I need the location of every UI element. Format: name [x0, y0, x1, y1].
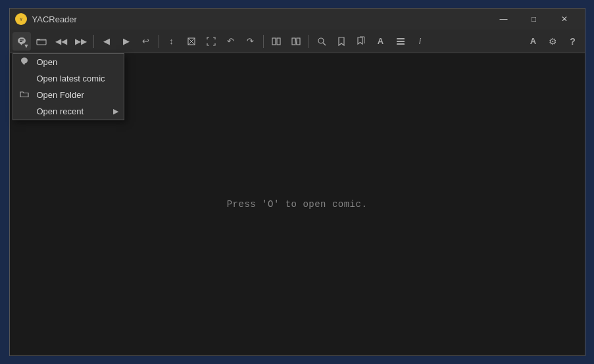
main-window: Y YACReader — □ ✕ ▼ — [9, 8, 585, 356]
strips-icon — [395, 36, 406, 47]
menu-item-open-latest[interactable]: Open latest comic — [13, 70, 124, 87]
back-icon: ↩ — [142, 36, 149, 46]
scroll-v-icon: ↕ — [169, 36, 174, 46]
fullscreen-button[interactable] — [202, 32, 220, 51]
menu-item-open-recent[interactable]: Open recent ▶ — [13, 103, 124, 120]
bookmark-button[interactable] — [332, 32, 351, 51]
svg-rect-12 — [277, 38, 280, 45]
help-icon: ? — [570, 36, 576, 47]
bookmark-icon — [336, 36, 347, 47]
go-last-button[interactable]: ▶▶ — [72, 32, 90, 51]
go-first-button[interactable]: ◀◀ — [52, 32, 70, 51]
rotate-left-icon: ↶ — [227, 36, 234, 46]
minimize-button[interactable]: — — [489, 9, 519, 30]
close-button[interactable]: ✕ — [549, 9, 580, 30]
rotate-right-button[interactable]: ↷ — [241, 32, 260, 51]
dropdown-arrow-icon: ▼ — [24, 43, 30, 49]
zoom-icon — [316, 36, 327, 47]
separator-1 — [93, 35, 94, 48]
separator-3 — [263, 35, 264, 48]
svg-rect-14 — [297, 38, 300, 45]
prev-page-button[interactable]: ◀ — [97, 32, 116, 51]
help-button[interactable]: ? — [564, 32, 582, 51]
fit-icon — [186, 36, 197, 47]
prompt-text: Press 'O' to open comic. — [227, 199, 368, 210]
title-bar: Y YACReader — □ ✕ — [10, 9, 585, 30]
svg-rect-20 — [397, 43, 405, 45]
svg-point-16 — [318, 38, 324, 43]
menu-item-open-folder[interactable]: Open Folder — [13, 87, 124, 103]
double-page-2-button[interactable] — [287, 32, 305, 51]
bookmarks-button[interactable] — [352, 32, 370, 51]
prev-icon: ◀ — [103, 36, 110, 46]
svg-rect-5 — [20, 41, 22, 42]
settings-button[interactable]: ⚙ — [544, 32, 562, 51]
fullscreen-icon — [206, 36, 216, 47]
back-button[interactable]: ↩ — [137, 32, 155, 51]
window-title: YACReader — [32, 14, 489, 24]
scroll-vertical-button[interactable]: ↕ — [162, 32, 181, 51]
separator-2 — [159, 35, 159, 48]
go-first-icon: ◀◀ — [55, 37, 67, 46]
maximize-button[interactable]: □ — [519, 9, 549, 30]
submenu-arrow-icon: ▶ — [113, 107, 118, 116]
double-page-icon — [271, 36, 282, 47]
rotate-right-icon: ↷ — [247, 36, 254, 46]
window-controls: — □ ✕ — [489, 9, 580, 30]
info-button[interactable]: i — [411, 32, 430, 51]
svg-rect-4 — [20, 39, 24, 41]
text-button[interactable]: A — [372, 32, 390, 51]
info-icon: i — [419, 36, 421, 46]
bookmarks-icon — [356, 36, 366, 47]
svg-marker-22 — [22, 63, 25, 65]
svg-marker-3 — [20, 43, 22, 45]
open-dropdown-menu: Open Open latest comic Open Folder Open … — [12, 53, 124, 120]
toolbar: ▼ ◀◀ ▶▶ ◀ ▶ ↩ ↕ — [10, 30, 585, 53]
double-page-2-icon — [291, 36, 301, 47]
zoom-button[interactable] — [312, 32, 331, 51]
svg-point-21 — [21, 58, 28, 64]
font-icon: A — [530, 36, 536, 46]
svg-rect-11 — [272, 38, 276, 45]
rotate-left-button[interactable]: ↶ — [222, 32, 240, 51]
gear-icon: ⚙ — [549, 36, 557, 47]
folder-icon — [20, 89, 29, 101]
double-page-button[interactable] — [267, 32, 285, 51]
svg-rect-19 — [397, 41, 405, 42]
svg-line-17 — [323, 43, 326, 45]
menu-item-open[interactable]: Open — [13, 54, 124, 70]
open-icon — [20, 57, 29, 68]
strips-button[interactable] — [391, 32, 410, 51]
svg-rect-13 — [292, 38, 295, 45]
app-icon: Y — [15, 13, 27, 25]
open-file-button[interactable] — [32, 32, 51, 51]
open-dropdown-button[interactable]: ▼ — [12, 32, 31, 51]
next-icon: ▶ — [123, 36, 130, 46]
svg-rect-18 — [397, 38, 405, 39]
go-last-icon: ▶▶ — [75, 37, 87, 46]
svg-text:Y: Y — [19, 17, 22, 22]
next-page-button[interactable]: ▶ — [117, 32, 136, 51]
fit-button[interactable] — [182, 32, 201, 51]
text-icon: A — [378, 36, 384, 46]
folder-open-icon — [36, 36, 47, 47]
font-button[interactable]: A — [524, 32, 543, 51]
separator-4 — [309, 35, 309, 48]
